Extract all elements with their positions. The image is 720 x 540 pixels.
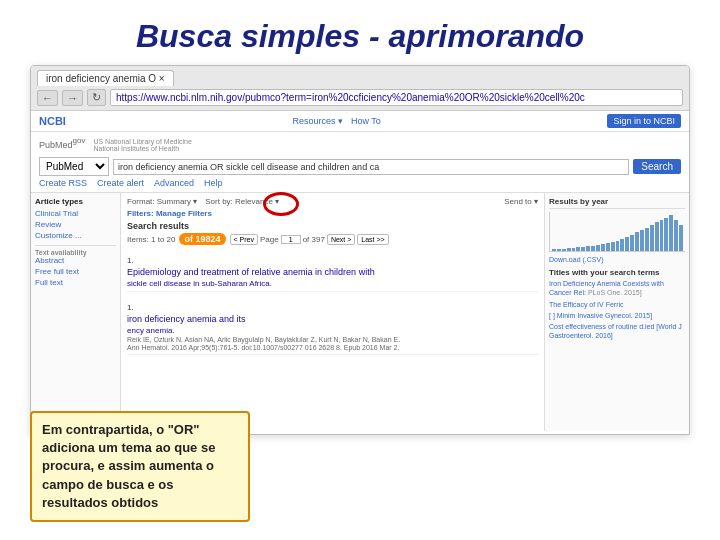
back-button[interactable]: ←: [37, 90, 58, 106]
main-results: Format: Summary ▾ Sort by: Relevance ▾ S…: [121, 193, 544, 431]
tab-label: iron deficiency anemia O ×: [46, 73, 165, 84]
ncbi-nav: Resources ▾ How To: [292, 116, 380, 126]
help-link[interactable]: Help: [204, 178, 223, 188]
filter-review[interactable]: Review: [35, 220, 116, 229]
nav-howto[interactable]: How To: [351, 116, 381, 126]
result-subtitle-1[interactable]: sickle cell disease in sub-Saharan Afric…: [127, 279, 538, 288]
tab-bar: iron deficiency anemia O ×: [37, 70, 683, 86]
search-term-3[interactable]: [ ] Minim Invasive Gynecol. 2015]: [549, 311, 685, 320]
result-number-1: 1.: [127, 256, 134, 265]
filters-manage[interactable]: Filters: Manage Filters: [127, 209, 538, 218]
csv-link[interactable]: Down.oad (.CSV): [549, 256, 685, 263]
browser-tab[interactable]: iron deficiency anemia O ×: [37, 70, 174, 86]
results-area: Article types Clinical Trial Review Cust…: [31, 193, 689, 431]
result-item-1: 1. Epidemiology and treatment of relativ…: [127, 249, 538, 292]
result-journal-2: Ann Hematol. 2016 Apr;95(5):761-5. doi:1…: [127, 344, 538, 351]
create-rss-link[interactable]: Create RSS: [39, 178, 87, 188]
format-label[interactable]: Format: Summary ▾: [127, 197, 197, 206]
filter-clinical-trial[interactable]: Clinical Trial: [35, 209, 116, 218]
search-terms-title: Titles with your search terms: [549, 268, 685, 277]
items-count: Items: 1 to 20 of 19824 < Prev Page of 3…: [127, 233, 538, 245]
browser-chrome: iron deficiency anemia O × ← → ↻: [31, 66, 689, 111]
filter-section-text: Text availability Abstract Free full tex…: [35, 245, 116, 287]
bar-chart: [549, 212, 685, 252]
result-number-2: 1.: [127, 303, 134, 312]
search-term-1[interactable]: Iron Deficiency Anemia Coexists with Can…: [549, 279, 685, 297]
pubmed-header: PubMedgov US National Library of Medicin…: [31, 132, 689, 193]
last-button[interactable]: Last >>: [357, 234, 388, 245]
article-types-label: Article types: [35, 197, 116, 206]
result-meta-2: Reik IE, Ozturk N, Asian NA, Arlic Baygu…: [127, 336, 538, 343]
prev-button[interactable]: < Prev: [230, 234, 258, 245]
items-text: Items: 1 to 20: [127, 235, 175, 244]
ncbi-header: NCBI Resources ▾ How To Sign in to NCBI: [31, 111, 689, 132]
result-subtitle-2[interactable]: ency anemia.: [127, 326, 538, 335]
result-title-1[interactable]: Epidemiology and treatment of relative a…: [127, 267, 538, 279]
refresh-button[interactable]: ↻: [87, 89, 106, 106]
search-links: Create RSS Create alert Advanced Help: [39, 178, 681, 188]
search-term-2[interactable]: The Efficacy of IV Ferric: [549, 300, 685, 309]
slide-container: Busca simples - aprimorando iron deficie…: [0, 0, 720, 540]
address-bar: ← → ↻: [37, 89, 683, 106]
filter-free-full-text[interactable]: Free full text: [35, 267, 116, 276]
results-header: Search results: [127, 221, 538, 231]
browser-window: iron deficiency anemia O × ← → ↻ NCBI Re…: [30, 65, 690, 435]
page-of: of 397: [303, 235, 325, 244]
result-item-2: 1. iron deficiency anemia and its ency a…: [127, 296, 538, 355]
results-by-year-title: Results by year: [549, 197, 685, 209]
search-term-4[interactable]: Cost effectiveness of routine d.ied [Wor…: [549, 322, 685, 340]
count-badge: of 19824: [179, 233, 225, 245]
search-bar: PubMed Search: [39, 157, 681, 176]
pagination: < Prev Page of 397 Next > Last >>: [230, 234, 389, 245]
address-input[interactable]: [110, 89, 683, 106]
text-availability-label: Text availability: [35, 249, 116, 256]
page-input[interactable]: [281, 235, 301, 244]
next-button[interactable]: Next >: [327, 234, 355, 245]
format-bar: Format: Summary ▾ Sort by: Relevance ▾ S…: [127, 197, 538, 206]
result-title-2[interactable]: iron deficiency anemia and its: [127, 314, 538, 326]
forward-button[interactable]: →: [62, 90, 83, 106]
sort-label[interactable]: Sort by: Relevance ▾: [205, 197, 279, 206]
create-alert-link[interactable]: Create alert: [97, 178, 144, 188]
slide-title: Busca simples - aprimorando: [0, 0, 720, 65]
sign-in-button[interactable]: Sign in to NCBI: [607, 114, 681, 128]
filter-full-text[interactable]: Full text: [35, 278, 116, 287]
ncbi-logo: NCBI: [39, 115, 66, 127]
send-to-label[interactable]: Send to ▾: [504, 197, 538, 206]
annotation-text: Em contrapartida, o "OR" adiciona um tem…: [42, 422, 215, 510]
search-query-input[interactable]: [113, 159, 629, 175]
filter-abstract[interactable]: Abstract: [35, 256, 116, 265]
nav-resources[interactable]: Resources ▾: [292, 116, 343, 126]
pubmed-logo: PubMedgov: [39, 136, 85, 151]
advanced-link[interactable]: Advanced: [154, 178, 194, 188]
right-panel: Results by year Down.oad (.CSV) Titles w…: [544, 193, 689, 431]
annotation-box: Em contrapartida, o "OR" adiciona um tem…: [30, 411, 250, 522]
left-panel: Article types Clinical Trial Review Cust…: [31, 193, 121, 431]
page-label: Page: [260, 235, 279, 244]
database-select[interactable]: PubMed: [39, 157, 109, 176]
pubmed-tagline: US National Library of Medicine National…: [93, 138, 191, 152]
filter-customize[interactable]: Customize ...: [35, 231, 116, 240]
search-button[interactable]: Search: [633, 159, 681, 174]
